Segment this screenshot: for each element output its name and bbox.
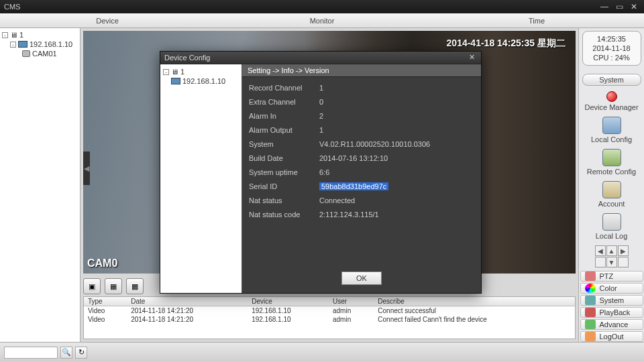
tree-root[interactable]: - 🖥1: [2, 30, 78, 40]
log-col-type[interactable]: Type: [84, 297, 127, 306]
log-row[interactable]: Video2014-11-18 14:21:20192.168.1.10admi…: [84, 306, 575, 316]
dialog-breadcrumb: Setting -> Info -> Version: [242, 64, 481, 77]
status-cpu: CPU : 24%: [584, 53, 639, 62]
logout-button[interactable]: LogOut: [580, 331, 643, 342]
arrow-up-icon[interactable]: ▲: [606, 245, 617, 256]
status-box: 14:25:35 2014-11-18 CPU : 24%: [582, 31, 641, 66]
info-key: Record Channel: [249, 81, 319, 95]
dialog-tree: - 🖥1 192.168.1.10: [160, 64, 242, 293]
window-titlebar: CMS — ▭ ✕: [0, 0, 644, 13]
info-value[interactable]: 2: [319, 109, 323, 123]
log-col-date[interactable]: Date: [127, 297, 248, 306]
collapse-icon[interactable]: -: [163, 69, 169, 75]
top-header: Device Monitor Time: [0, 13, 644, 28]
device-config-dialog: Device Config ✕ - 🖥1 192.168.1.10 Settin…: [160, 51, 482, 294]
layout-9-button[interactable]: ▩: [126, 278, 144, 294]
collapse-icon[interactable]: -: [2, 32, 8, 38]
app-title: CMS: [4, 3, 20, 11]
system-header-button[interactable]: System: [582, 74, 641, 86]
dialog-titlebar[interactable]: Device Config ✕: [160, 52, 481, 64]
tree-host-label: 192.168.1.10: [30, 40, 72, 48]
dialog-close-button[interactable]: ✕: [466, 53, 477, 62]
status-bar: 🔍 ↻: [0, 342, 644, 362]
log-header-row: Type Date Device User Describe: [84, 297, 575, 306]
header-monitor: Monitor: [215, 14, 429, 27]
remote-config-button[interactable]: Remote Config: [587, 149, 636, 176]
info-row: Nat status code2:112.124.3.115/1: [249, 208, 474, 222]
tree-cam-label: CAM01: [32, 50, 57, 58]
tree-root-label: 1: [19, 31, 23, 39]
maximize-button[interactable]: ▭: [613, 2, 625, 11]
arrow-down-icon[interactable]: ▼: [606, 257, 617, 267]
info-row: Extra Channel0: [249, 95, 474, 109]
host-icon: [18, 41, 28, 48]
device-tree: - 🖥1 - 192.168.1.10 CAM01: [0, 28, 80, 342]
event-log: Type Date Device User Describe Video2014…: [83, 296, 576, 339]
arrow-right-icon[interactable]: ▶: [618, 245, 629, 256]
layout-4-button[interactable]: ▦: [105, 278, 122, 294]
color-button[interactable]: Color: [580, 283, 643, 294]
status-date: 2014-11-18: [584, 44, 639, 53]
status-time: 14:25:35: [584, 34, 639, 44]
info-value[interactable]: 6:6: [319, 166, 329, 180]
info-value[interactable]: 59bab8d31b9ed97c: [319, 180, 388, 194]
local-log-button[interactable]: Local Log: [596, 213, 628, 240]
info-value[interactable]: Connected: [319, 194, 355, 208]
right-sidebar: 14:25:35 2014-11-18 CPU : 24% System Dev…: [578, 28, 644, 342]
tree-host[interactable]: - 192.168.1.10: [2, 40, 78, 49]
layout-1-button[interactable]: ▣: [83, 278, 101, 294]
system-button[interactable]: System: [580, 295, 643, 306]
device-manager-button[interactable]: Device Manager: [584, 90, 638, 111]
advance-button[interactable]: Advance: [580, 319, 643, 330]
arrow-left-icon[interactable]: ◀: [595, 245, 606, 256]
ok-button[interactable]: OK: [341, 272, 382, 285]
info-value[interactable]: 2014-07-16 13:12:10: [319, 152, 388, 166]
info-key: Nat status: [249, 194, 319, 208]
info-key: Alarm Output: [249, 123, 319, 137]
dlg-tree-host[interactable]: 192.168.1.10: [163, 76, 239, 86]
ptz-button[interactable]: PTZ: [580, 271, 643, 282]
account-button[interactable]: Account: [598, 181, 625, 208]
collapse-icon[interactable]: -: [10, 42, 16, 48]
info-row: Serial ID59bab8d31b9ed97c: [249, 180, 474, 194]
log-col-describe[interactable]: Describe: [374, 297, 575, 306]
system-icon: [585, 296, 596, 305]
info-value[interactable]: 1: [319, 123, 323, 137]
dlg-tree-root[interactable]: - 🖥1: [163, 67, 239, 76]
log-col-user[interactable]: User: [329, 297, 374, 306]
local-config-button[interactable]: Local Config: [591, 117, 632, 143]
record-icon: [606, 91, 617, 102]
info-value[interactable]: 0: [319, 95, 323, 109]
info-value[interactable]: 2:112.124.3.115/1: [319, 208, 379, 222]
info-row: Alarm Output1: [249, 123, 474, 137]
info-key: System uptime: [249, 166, 319, 180]
log-row[interactable]: Video2014-11-18 14:21:20192.168.1.10admi…: [84, 315, 575, 324]
info-key: Extra Channel: [249, 95, 319, 109]
info-key: Nat status code: [249, 208, 319, 222]
info-value[interactable]: 1: [319, 81, 323, 95]
log-icon: [602, 213, 621, 231]
remote-config-icon: [602, 149, 621, 166]
playback-button[interactable]: PlayBack: [580, 307, 643, 318]
info-row: System uptime6:6: [249, 166, 474, 180]
minimize-button[interactable]: —: [598, 2, 610, 11]
info-key: Build Date: [249, 152, 319, 166]
camera-name-overlay: CAM0: [87, 257, 117, 269]
playback-icon: [585, 308, 596, 317]
dialog-title: Device Config: [164, 54, 210, 62]
search-button[interactable]: 🔍: [60, 347, 72, 359]
logout-icon: [585, 332, 596, 341]
info-value[interactable]: V4.02.R11.00002520.10010.0306: [319, 137, 430, 152]
close-button[interactable]: ✕: [628, 2, 640, 11]
log-col-device[interactable]: Device: [248, 297, 329, 306]
info-key: Alarm In: [249, 109, 319, 123]
info-key: Serial ID: [249, 180, 319, 194]
tree-camera[interactable]: CAM01: [2, 49, 78, 58]
refresh-button[interactable]: ↻: [75, 347, 87, 359]
camera-icon: [22, 50, 30, 57]
camera-osd-timestamp: 2014-41-18 14:25:35 星期二: [447, 38, 566, 50]
version-info-panel: Record Channel1Extra Channel0Alarm In2Al…: [242, 77, 481, 267]
header-device: Device: [0, 14, 215, 27]
info-row: SystemV4.02.R11.00002520.10010.0306: [249, 137, 474, 152]
panel-collapse-handle[interactable]: ◀: [83, 152, 90, 185]
